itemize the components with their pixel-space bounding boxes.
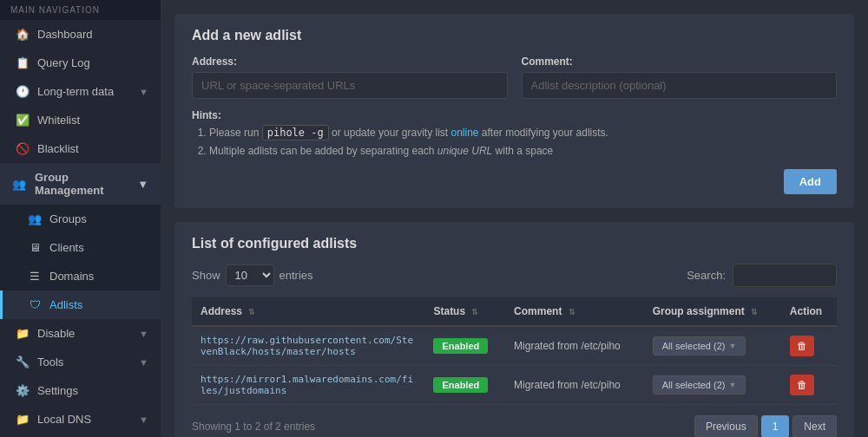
pihole-command: pihole -g <box>262 125 329 140</box>
col-status: Status ⇅ <box>424 297 505 326</box>
comment-field-group: Comment: <box>522 55 838 99</box>
cell-group: All selected (2) ▼ <box>644 326 781 366</box>
chevron-icon: ▼ <box>139 87 148 97</box>
sidebar-item-settings[interactable]: ⚙️ Settings <box>0 376 161 405</box>
sidebar-item-logout[interactable]: 🚪 Logout <box>0 434 161 437</box>
hint-1: Please run pihole -g or update your grav… <box>209 125 837 140</box>
chevron-icon: ▼ <box>139 357 148 368</box>
cell-address: https://raw.githubusercontent.com/Steven… <box>192 326 424 366</box>
sidebar-item-whitelist[interactable]: ✅ Whitelist <box>0 106 161 134</box>
entries-label: entries <box>279 269 313 282</box>
sidebar-item-label: Query Log <box>37 56 148 69</box>
search-input[interactable] <box>733 264 837 287</box>
sidebar-item-label: Groups <box>49 212 148 225</box>
sidebar-item-label: Long-term data <box>37 85 139 98</box>
sidebar-item-dashboard[interactable]: 🏠 Dashboard <box>0 20 161 49</box>
sidebar-item-clients[interactable]: 🖥 Clients <box>0 233 161 262</box>
settings-icon: ⚙️ <box>15 384 30 397</box>
adlist-form-row: Address: Comment: <box>192 55 837 99</box>
prev-button[interactable]: Previous <box>694 415 758 437</box>
sidebar-item-local-dns[interactable]: 📁 Local DNS ▼ <box>0 405 161 434</box>
status-badge: Enabled <box>433 377 488 393</box>
caret-icon: ▼ <box>728 342 736 350</box>
sidebar-group-label: Group Management <box>35 171 137 197</box>
group-management-subnav: 👥 Groups 🖥 Clients ☰ Domains 🛡 Adlists <box>0 205 161 319</box>
sidebar-item-domains[interactable]: ☰ Domains <box>0 262 161 290</box>
page-1-button[interactable]: 1 <box>761 415 790 437</box>
comment-input[interactable] <box>522 72 838 99</box>
cell-group: All selected (2) ▼ <box>644 366 781 405</box>
hints-title: Hints: <box>192 109 221 121</box>
cell-action: 🗑 <box>781 366 837 405</box>
col-address: Address ⇅ <box>192 297 424 326</box>
sidebar-item-label: Dashboard <box>37 28 148 41</box>
cell-comment: Migrated from /etc/piho <box>505 326 644 366</box>
sidebar-item-label: Settings <box>37 384 148 397</box>
table-header-row: Address ⇅ Status ⇅ Comment ⇅ Group assig… <box>192 297 837 326</box>
pagination-buttons: Previous 1 Next <box>694 415 837 437</box>
query-log-icon: 📋 <box>15 56 30 69</box>
cell-comment: Migrated from /etc/piho <box>505 366 644 405</box>
sidebar-item-label: Whitelist <box>37 114 148 127</box>
sidebar-item-disable[interactable]: 📁 Disable ▼ <box>0 319 161 348</box>
add-adlist-title: Add a new adlist <box>192 28 837 43</box>
col-comment: Comment ⇅ <box>505 297 644 326</box>
sidebar-item-blacklist[interactable]: 🚫 Blacklist <box>0 134 161 163</box>
search-box: Search: <box>687 264 837 287</box>
address-input[interactable] <box>192 72 508 99</box>
block-icon: 🚫 <box>15 142 30 155</box>
sidebar-item-tools[interactable]: 🔧 Tools ▼ <box>0 348 161 376</box>
form-footer: Add <box>192 169 837 194</box>
main-content: Add a new adlist Address: Comment: Hints… <box>161 0 868 437</box>
clients-icon: 🖥 <box>27 241 43 254</box>
sort-icon-group[interactable]: ⇅ <box>751 308 758 316</box>
hints-section: Hints: Please run pihole -g or update yo… <box>192 109 837 159</box>
cell-action: 🗑 <box>781 326 837 366</box>
next-button[interactable]: Next <box>792 415 837 437</box>
sort-icon-status[interactable]: ⇅ <box>471 308 478 316</box>
sidebar-item-label: Disable <box>37 327 139 340</box>
sidebar-item-label: Domains <box>49 270 148 283</box>
sidebar-item-group-management[interactable]: 👥 Group Management ▼ <box>0 163 161 205</box>
dns-icon: 📁 <box>15 413 30 426</box>
tools-icon: 🔧 <box>15 355 30 369</box>
sidebar-item-query-log[interactable]: 📋 Query Log <box>0 49 161 77</box>
disable-icon: 📁 <box>15 327 30 340</box>
table-row: https://mirror1.malwaredomains.com/files… <box>192 366 837 405</box>
group-assignment-button[interactable]: All selected (2) ▼ <box>653 375 746 395</box>
add-adlist-card: Add a new adlist Address: Comment: Hints… <box>174 14 854 208</box>
chevron-icon: ▼ <box>137 178 148 191</box>
sidebar-item-long-term-data[interactable]: 🕐 Long-term data ▼ <box>0 77 161 106</box>
adlist-table-card: List of configured adlists Show 10 25 50… <box>174 222 854 437</box>
sidebar-item-adlists[interactable]: 🛡 Adlists <box>0 290 161 319</box>
col-group: Group assignment ⇅ <box>644 297 781 326</box>
add-button[interactable]: Add <box>784 169 837 194</box>
comment-label: Comment: <box>522 55 838 68</box>
check-icon: ✅ <box>15 114 30 127</box>
sidebar-item-label: Blacklist <box>37 142 148 155</box>
show-label: Show <box>192 269 220 282</box>
group-assignment-button[interactable]: All selected (2) ▼ <box>653 336 746 355</box>
search-label: Search: <box>687 269 726 282</box>
cell-status: Enabled <box>424 366 505 405</box>
cell-status: Enabled <box>424 326 505 366</box>
entries-per-page-select[interactable]: 10 25 50 100 <box>226 264 274 286</box>
online-link[interactable]: online <box>450 127 478 139</box>
sidebar-item-label: Clients <box>49 241 148 254</box>
sort-icon-comment[interactable]: ⇅ <box>569 308 575 316</box>
caret-icon: ▼ <box>728 381 736 389</box>
table-toolbar: Show 10 25 50 100 entries Search: <box>192 264 837 287</box>
pagination-row: Showing 1 to 2 of 2 entries Previous 1 N… <box>192 415 837 437</box>
chevron-icon: ▼ <box>139 414 148 425</box>
sidebar: MAIN NAVIGATION 🏠 Dashboard 📋 Query Log … <box>0 0 161 437</box>
delete-button[interactable]: 🗑 <box>790 375 814 395</box>
delete-button[interactable]: 🗑 <box>790 336 814 356</box>
adlists-icon: 🛡 <box>27 298 43 311</box>
sort-icon-address[interactable]: ⇅ <box>248 308 255 316</box>
groups-icon: 👥 <box>27 212 43 225</box>
adlist-table-title: List of configured adlists <box>192 236 837 251</box>
chevron-icon: ▼ <box>139 329 148 339</box>
sidebar-item-groups[interactable]: 👥 Groups <box>0 205 161 233</box>
sidebar-item-label: Local DNS <box>37 413 139 426</box>
sidebar-item-label: Adlists <box>49 298 148 311</box>
